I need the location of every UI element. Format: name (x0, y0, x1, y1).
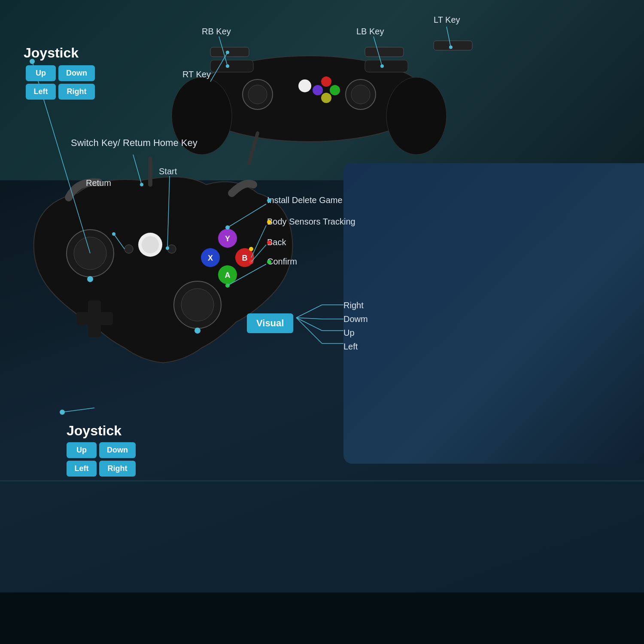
key-left-top[interactable]: Left (26, 84, 56, 100)
key-up-bottom[interactable]: Up (67, 442, 97, 458)
joystick-title-top: Joystick (24, 45, 79, 61)
lb-key-label: LB Key (356, 27, 384, 36)
key-buttons-top: Up Down Left Right (26, 65, 95, 100)
dot-body (267, 220, 271, 224)
body-label-row: Body Sensors Tracking (267, 217, 355, 227)
dot-back (267, 240, 271, 245)
key-down-bottom[interactable]: Down (99, 442, 136, 458)
visual-right: Right (343, 298, 368, 312)
bg-top (0, 0, 644, 180)
key-down-top[interactable]: Down (58, 65, 95, 81)
key-left-bottom[interactable]: Left (67, 461, 97, 477)
visual-up: Up (343, 326, 368, 340)
return-label: Retum (86, 178, 111, 188)
dot-confirm (267, 260, 271, 264)
rb-key-label: RB Key (202, 27, 231, 36)
key-right-top[interactable]: Right (58, 84, 95, 100)
visual-box: Visual (247, 313, 293, 333)
visual-down: Dowm (343, 312, 368, 326)
back-label-row: Back (267, 237, 286, 247)
key-buttons-bottom: Up Down Left Right (67, 442, 136, 477)
body-label: Body Sensors Tracking (267, 217, 355, 227)
lt-key-label: LT Key (434, 15, 460, 25)
rt-key-label: RT Key (182, 70, 211, 79)
key-right-bottom[interactable]: Right (99, 461, 136, 477)
visual-directions: Right Dowm Up Left (343, 298, 368, 353)
joystick-title-bottom: Joystick (67, 423, 122, 439)
start-label: Start (159, 167, 177, 176)
key-up-top[interactable]: Up (26, 65, 56, 81)
bottom-bar (0, 592, 644, 644)
install-label-row: Install Delete Game (267, 195, 343, 205)
dot-install (267, 198, 271, 203)
bg-right-panel (343, 163, 644, 464)
visual-left: Left (343, 340, 368, 353)
install-label: Install Delete Game (267, 195, 343, 205)
confirm-label-row: Confirm (267, 257, 297, 267)
confirm-label: Confirm (267, 257, 297, 267)
switch-key-label: Switch Key/ Retum Home Key (71, 137, 197, 149)
